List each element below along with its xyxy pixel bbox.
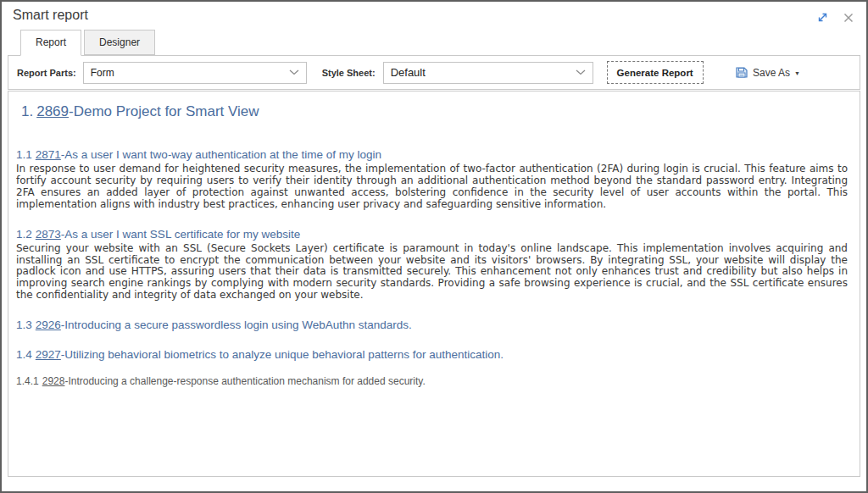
section-title: -As a user I want SSL certificate for my… [61, 228, 300, 241]
section-number: 1. [21, 103, 33, 119]
section-number: 1.1 [16, 148, 32, 161]
work-item-link-2926[interactable]: 2926 [36, 319, 61, 331]
work-item-link-2928[interactable]: 2928 [42, 375, 65, 387]
section-title: -Utilizing behavioral biometrics to anal… [61, 348, 504, 361]
section-title: -As a user I want two-way authentication… [61, 148, 381, 161]
report-parts-label: Report Parts: [17, 68, 76, 78]
save-as-caret-icon: ▼ [794, 70, 800, 76]
section-body-1-1: In response to user demand for heightene… [16, 163, 848, 211]
section-number: 1.2 [16, 228, 32, 241]
expand-icon[interactable] [816, 11, 829, 24]
tab-bar: Report Designer [2, 29, 866, 55]
work-item-link-2871[interactable]: 2871 [36, 148, 61, 161]
report-parts-value: Form [91, 67, 114, 79]
section-title: -Demo Project for Smart View [69, 103, 259, 119]
chevron-down-icon [576, 69, 586, 75]
dialog-title: Smart report [13, 8, 88, 23]
section-title: -Introducing a secure passwordless login… [61, 319, 412, 331]
generate-report-button[interactable]: Generate Report [607, 61, 704, 84]
report-section-heading-1-3: 1.32926-Introducing a secure passwordles… [16, 319, 848, 331]
style-sheet-label: Style Sheet: [322, 68, 376, 78]
style-sheet-select[interactable]: Default [383, 62, 593, 84]
section-number: 1.4 [16, 348, 32, 361]
section-body-1-2: Securing your website with an SSL (Secur… [16, 243, 848, 302]
save-as-button[interactable]: Save As ▼ [735, 66, 800, 79]
report-section-heading-1-4: 1.42927-Utilizing behavioral biometrics … [16, 348, 848, 361]
tab-designer[interactable]: Designer [84, 30, 155, 55]
report-section-heading-1-4-1: 1.4.12928-Introducing a challenge-respon… [16, 375, 848, 387]
section-number: 1.4.1 [16, 375, 39, 387]
report-section-heading-1-1: 1.12871-As a user I want two-way authent… [16, 148, 848, 161]
section-title: -Introducing a challenge-response authen… [64, 375, 425, 387]
title-bar: Smart report [2, 2, 866, 29]
work-item-link-2869[interactable]: 2869 [36, 103, 69, 119]
style-sheet-value: Default [391, 66, 426, 79]
work-item-link-2873[interactable]: 2873 [36, 228, 61, 241]
window-controls [816, 11, 854, 24]
report-section-heading-1-2: 1.22873-As a user I want SSL certificate… [16, 228, 848, 241]
chevron-down-icon [289, 69, 299, 75]
smart-report-dialog: Smart report Report Designer Report Par [0, 0, 868, 493]
report-content: 1.2869-Demo Project for Smart View 1.128… [8, 91, 860, 477]
save-as-icon [735, 66, 748, 79]
report-toolbar: Report Parts: Form Style Sheet: Default … [8, 55, 860, 90]
report-parts-select[interactable]: Form [83, 62, 307, 84]
tab-report[interactable]: Report [20, 30, 81, 56]
section-number: 1.3 [16, 319, 32, 331]
close-icon[interactable] [843, 12, 854, 24]
save-as-label: Save As [753, 67, 790, 79]
report-section-heading-1: 1.2869-Demo Project for Smart View [21, 103, 848, 120]
work-item-link-2927[interactable]: 2927 [36, 348, 61, 361]
